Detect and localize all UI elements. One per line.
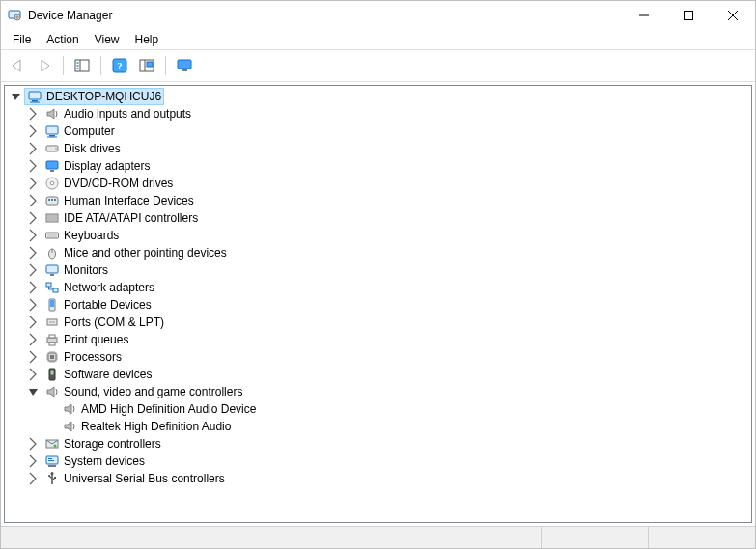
maximize-button[interactable] [666,1,711,30]
back-arrow-icon [9,57,26,74]
tree-item-keyboards[interactable]: Keyboards [5,227,751,244]
forward-button[interactable] [32,53,57,78]
tree-item-processors[interactable]: Processors [5,348,751,366]
tree-expander[interactable] [26,297,42,313]
tree-expander[interactable] [9,89,24,104]
tree-expander[interactable] [26,471,42,486]
display-icon [44,158,60,174]
chevron-right-icon [26,332,42,347]
toolbar-divider [100,56,101,75]
tree-item-label: Storage controllers [64,437,161,451]
minimize-icon [639,11,649,20]
tree-item-label: Keyboards [64,229,119,242]
tree-item-mice-and-other-pointing-devices[interactable]: Mice and other pointing devices [5,244,751,261]
tree-item-label: Universal Serial Bus controllers [64,472,225,485]
tree-item-label: Computer [64,124,115,138]
tree-expander[interactable] [26,384,42,399]
tree-expander[interactable] [26,436,42,452]
tree-item-label: Software devices [64,368,152,381]
close-icon [728,11,738,20]
menu-help[interactable]: Help [127,31,167,48]
tree-item-human-interface-devices[interactable]: Human Interface Devices [5,192,751,209]
tree-item-ide-ata-atapi-controllers[interactable]: IDE ATA/ATAPI controllers [5,209,751,227]
status-cell-1 [541,527,648,548]
tree-item-amd-high-definition-audio-device[interactable]: AMD High Definition Audio Device [5,400,751,418]
tree-item-storage-controllers[interactable]: Storage controllers [5,435,751,453]
tree-expander[interactable] [26,176,42,191]
tree-expander[interactable] [26,349,42,365]
computer-icon [27,89,42,104]
chevron-right-icon [26,280,42,295]
tree-item-label: Human Interface Devices [64,194,194,207]
tree-expander[interactable] [26,210,42,226]
chevron-right-icon [26,228,42,243]
menu-action[interactable]: Action [39,31,86,48]
status-cell-main [1,527,541,548]
tree-item-network-adapters[interactable]: Network adapters [5,279,751,296]
chevron-right-icon [26,436,42,452]
tree-expander[interactable] [26,141,42,156]
help-icon [111,57,128,74]
tree-item-monitors[interactable]: Monitors [5,261,751,279]
tree-expander[interactable] [26,106,42,122]
tree-item-system-devices[interactable]: System devices [5,453,751,470]
back-button[interactable] [5,53,30,78]
tree-expander[interactable] [26,228,42,243]
device-tree[interactable]: DESKTOP-MQHCUJ6 Audio inputs and outputs… [4,85,752,523]
tree-expander[interactable] [26,245,42,261]
storage-icon [44,436,60,452]
tree-item-computer[interactable]: Computer [5,123,751,140]
tree-item-print-queues[interactable]: Print queues [5,331,751,348]
tree-item-label: Ports (COM & LPT) [64,316,164,329]
tree-item-universal-serial-bus-controllers[interactable]: Universal Serial Bus controllers [5,470,751,487]
tree-expander[interactable] [26,332,42,347]
devices-monitor-button[interactable] [172,53,197,78]
mouse-icon [44,245,60,261]
tree-expander[interactable] [26,124,42,139]
chevron-right-icon [26,297,42,313]
ide-icon [44,210,60,226]
tree-item-portable-devices[interactable]: Portable Devices [5,296,751,314]
portable-icon [44,297,60,313]
show-hide-tree-icon [73,57,91,74]
tree-item-label: Realtek High Definition Audio [81,420,231,433]
tree-item-software-devices[interactable]: Software devices [5,366,751,383]
speaker-icon [44,384,60,399]
tree-expander[interactable] [26,367,42,382]
title-bar: Device Manager [1,1,755,30]
tree-expander[interactable] [26,280,42,295]
tree-item-audio-inputs-and-outputs[interactable]: Audio inputs and outputs [5,105,751,123]
chevron-down-icon [26,384,42,399]
tree-item-desktop-mqhcuj6[interactable]: DESKTOP-MQHCUJ6 [5,88,751,105]
help-button[interactable] [107,53,132,78]
system-icon [44,453,60,469]
speaker-icon [44,106,60,122]
tree-expander[interactable] [26,315,42,330]
chevron-right-icon [26,158,42,174]
tree-item-realtek-high-definition-audio[interactable]: Realtek High Definition Audio [5,418,751,435]
tree-expander[interactable] [26,158,42,174]
tree-item-sound-video-and-game-controllers[interactable]: Sound, video and game controllers [5,383,751,400]
tree-expander[interactable] [26,453,42,469]
chevron-right-icon [26,210,42,226]
tree-item-dvd-cd-rom-drives[interactable]: DVD/CD-ROM drives [5,175,751,192]
menu-view[interactable]: View [87,31,127,48]
minimize-button[interactable] [622,1,666,30]
tree-item-label: Sound, video and game controllers [64,385,242,398]
menu-file[interactable]: File [5,31,39,48]
menu-bar: File Action View Help [1,30,755,49]
tree-expander[interactable] [26,262,42,278]
show-hide-tree-button[interactable] [70,53,95,78]
software-icon [44,367,60,382]
tree-expander[interactable] [26,193,42,208]
window-controls [622,1,755,30]
scan-hardware-button[interactable] [134,53,159,78]
tree-item-display-adapters[interactable]: Display adapters [5,157,751,175]
toolbar [1,49,755,82]
tree-item-ports-com-lpt[interactable]: Ports (COM & LPT) [5,314,751,331]
monitor-icon [176,57,193,74]
tree-item-disk-drives[interactable]: Disk drives [5,140,751,157]
close-button[interactable] [711,1,755,30]
window-title: Device Manager [28,9,622,22]
chevron-down-icon [9,89,24,104]
